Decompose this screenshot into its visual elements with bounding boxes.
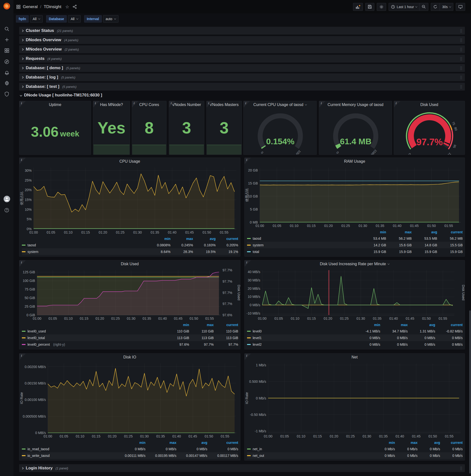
row-drag-handle-icon[interactable]: ⣿ [460, 66, 462, 70]
legend-header-min[interactable]: min [372, 441, 395, 445]
legend-series-name[interactable]: io_write_taosd [22, 454, 115, 458]
row-drag-handle-icon[interactable]: ⣿ [460, 75, 462, 79]
chart-plot-area[interactable]: 01:0001:0501:1001:1501:2001:2501:3001:35… [245, 361, 465, 439]
breadcrumb-section[interactable]: General [23, 4, 37, 9]
row-drag-handle-icon[interactable]: ⣿ [460, 47, 462, 51]
legend-series-name[interactable]: total [247, 250, 361, 254]
panel-title[interactable]: Disk Used [19, 260, 240, 268]
legend-series-name[interactable]: level0 [247, 329, 353, 333]
panel-info-corner[interactable] [19, 158, 26, 164]
row-drag-handle-icon[interactable]: ⣿ [460, 29, 462, 33]
scrollbar-thumb[interactable] [469, 310, 471, 474]
star-dashboard-icon[interactable]: ☆ [65, 4, 69, 10]
add-panel-button[interactable] [353, 3, 363, 11]
legend-header-max[interactable]: max [386, 230, 412, 234]
panel-info-corner[interactable] [169, 101, 175, 107]
sidebar-item-search[interactable] [0, 25, 14, 34]
variable-database-value[interactable]: All [68, 15, 81, 23]
row-requests[interactable]: Requests (4 panels) ⣿ [19, 55, 465, 63]
legend-series-name[interactable]: system [247, 243, 361, 247]
panel-title[interactable]: RAM Usage [245, 158, 465, 165]
legend-header-min[interactable]: min [165, 323, 189, 327]
row-database-test[interactable]: Database: [ test ] (5 panels) ⣿ [19, 83, 465, 90]
legend-header-max[interactable]: max [146, 441, 176, 445]
sidebar-item-configuration[interactable] [0, 79, 14, 89]
panel-info-corner[interactable] [245, 158, 251, 164]
refresh-button[interactable] [431, 3, 440, 11]
legend-header-min[interactable]: min [148, 237, 170, 241]
legend-series-name[interactable]: net_in [247, 447, 372, 451]
save-dashboard-button[interactable] [365, 3, 374, 11]
row-database-log[interactable]: Database: [ log ] (5 panels) ⣿ [19, 73, 465, 81]
panel-info-corner[interactable] [93, 101, 100, 107]
variable-fqdn-value[interactable]: All [30, 15, 43, 23]
chart-plot-area[interactable]: 01:0001:0501:1001:1501:2001:2501:3001:35… [19, 361, 240, 439]
chart-plot-area[interactable]: 01:0001:0501:1001:1501:2001:2501:3001:35… [19, 165, 240, 235]
breadcrumb-page-title[interactable]: TDinsight [44, 4, 61, 9]
legend-header-min[interactable]: min [115, 441, 146, 445]
panel-info-corner[interactable] [19, 101, 26, 107]
sidebar-item-create[interactable] [0, 35, 14, 45]
zoom-out-time-button[interactable] [420, 3, 428, 11]
panel-title[interactable]: Current CPU Usage of taosd [244, 101, 317, 108]
legend-header-min[interactable]: min [353, 323, 380, 327]
share-dashboard-icon[interactable] [73, 5, 77, 9]
grafana-logo-icon[interactable] [3, 2, 11, 10]
panel-info-corner[interactable] [19, 354, 26, 360]
chart-plot-area[interactable]: 01:0001:0501:1001:1501:2001:2501:3001:35… [245, 165, 465, 229]
legend-header-avg[interactable]: avg [176, 441, 207, 445]
legend-header-current[interactable]: current [435, 323, 463, 327]
legend-series-name[interactable]: taosd [22, 243, 148, 247]
panel-title[interactable]: Disk IO [19, 354, 240, 361]
legend-header-max[interactable]: max [395, 441, 418, 445]
legend-series-name[interactable]: level0_percent(right-y) [22, 342, 165, 346]
refresh-interval-button[interactable]: 30s [440, 3, 453, 11]
row-dnodes-overview[interactable]: DNodes Overview (4 panels) ⣿ [19, 36, 465, 44]
legend-series-name[interactable]: level1 [247, 336, 353, 340]
row-cluster-status[interactable]: Cluster Status (21 panels) ⣿ [19, 27, 465, 34]
legend-header-avg[interactable]: avg [418, 441, 440, 445]
variable-interval-value[interactable]: auto [103, 15, 118, 23]
legend-series-name[interactable]: level0_total [22, 336, 165, 340]
legend-header-avg[interactable]: avg [193, 237, 216, 241]
panel-title[interactable]: Net [245, 354, 465, 361]
legend-header-current[interactable]: current [207, 441, 238, 445]
panel-title[interactable]: Current Memory Usage of taosd [319, 101, 392, 108]
row-drag-handle-icon[interactable]: ⣿ [460, 466, 462, 470]
dashboard-settings-button[interactable] [377, 3, 386, 11]
time-range-button[interactable]: Last 1 hour [388, 3, 420, 11]
cycle-view-mode-button[interactable] [456, 3, 465, 11]
legend-series-name[interactable]: level2 [247, 342, 353, 346]
legend-series-name[interactable]: system [22, 250, 148, 254]
row-drag-handle-icon[interactable]: ⣿ [460, 57, 462, 61]
legend-header-current[interactable]: current [440, 441, 463, 445]
sidebar-item-alerting[interactable] [0, 68, 14, 78]
legend-header-min[interactable]: min [361, 230, 386, 234]
scrollbar[interactable] [469, 0, 471, 476]
chart-plot-area[interactable]: 01:0001:0501:1001:1501:2001:2501:3001:35… [245, 268, 465, 322]
legend-header-max[interactable]: max [170, 237, 193, 241]
panel-title[interactable]: CPU Usage [19, 158, 240, 165]
row-mnodes-overview[interactable]: MNodes Overview (2 panels) ⣿ [19, 45, 465, 53]
legend-series-name[interactable]: net_out [247, 454, 372, 458]
panel-info-corner[interactable] [132, 101, 138, 107]
row-database-demo[interactable]: Database: [ demo ] (5 panels) ⣿ [19, 64, 465, 72]
legend-header-current[interactable]: current [216, 237, 238, 241]
legend-header-current[interactable]: current [437, 230, 463, 234]
sidebar-item-dashboards[interactable] [0, 46, 14, 56]
chart-plot-area[interactable]: 01:0001:0501:1001:1501:2001:2501:3001:35… [19, 268, 240, 322]
panel-title[interactable]: Disk Used [394, 101, 465, 108]
legend-series-name[interactable]: level0_used [22, 329, 165, 333]
legend-series-name[interactable]: taosd [247, 237, 361, 240]
row-login-history[interactable]: Login History (1 panel) ⣿ [19, 464, 465, 472]
sidebar-item-profile[interactable] [0, 195, 14, 204]
legend-header-current[interactable]: current [214, 323, 238, 327]
panel-info-corner[interactable] [245, 354, 251, 360]
legend-header-max[interactable]: max [189, 323, 214, 327]
panel-info-corner[interactable] [245, 260, 251, 267]
panel-info-corner[interactable] [394, 101, 400, 107]
panel-info-corner[interactable] [244, 101, 250, 107]
panel-info-corner[interactable] [206, 101, 213, 107]
sidebar-item-help[interactable] [0, 206, 14, 215]
row-dnode-usage[interactable]: DNode Usage [ huolinhe-TM1701:6030 ] [20, 93, 102, 98]
